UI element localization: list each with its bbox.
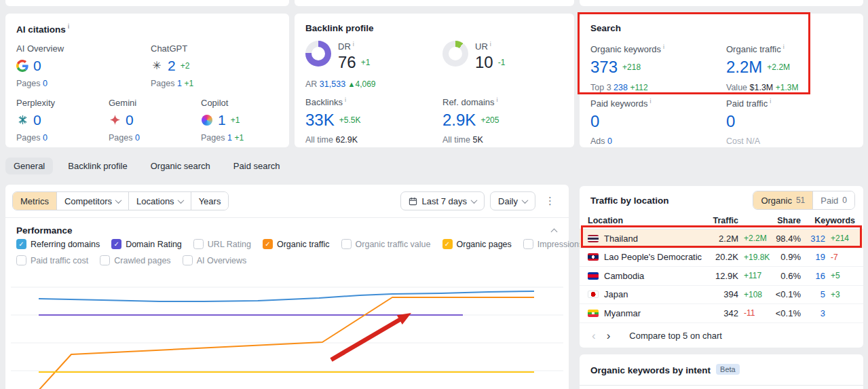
ai-overview-stat: AI Overview 0 Pages 0 (16, 43, 64, 88)
ur-label: UR (475, 41, 505, 52)
tab-backlink-profile[interactable]: Backlink profile (60, 158, 135, 174)
calendar-icon (409, 197, 417, 206)
metric-checkbox-paid-traffic-cost[interactable]: Paid traffic cost (16, 255, 88, 265)
ar-value[interactable]: 31,533 (320, 79, 345, 89)
ur-stat: UR 10 -1 (442, 41, 505, 71)
pages-value[interactable]: 0 (135, 133, 140, 143)
pages-value[interactable]: 1 (227, 133, 232, 143)
ref-domains-value[interactable]: 2.9K (442, 112, 476, 128)
traffic-value: 20.2K (703, 252, 738, 262)
organic-toggle[interactable]: Organic 51 (753, 191, 813, 209)
tab-organic-search[interactable]: Organic search (143, 158, 219, 174)
checkbox-checked-icon[interactable]: ✓ (263, 239, 273, 249)
kh-flag-icon (588, 272, 599, 280)
column-share[interactable]: Share (774, 216, 801, 225)
metrics-button[interactable]: Metrics (13, 192, 57, 210)
location-table-body: Thailand2.2M+2.2M98.4%312+214Lao People'… (580, 229, 863, 323)
location-name: Cambodia (604, 271, 644, 281)
stat-value[interactable]: 0 (126, 113, 134, 127)
mm-flag-icon (588, 310, 599, 317)
organic-paid-toggle: Organic 51 Paid 0 (753, 191, 855, 210)
organic-traffic-value[interactable]: 2.2M (726, 59, 762, 75)
organic-keywords-value[interactable]: 373 (590, 59, 618, 75)
table-row-mm[interactable]: Myanmar342-11<0.1%3 (580, 304, 863, 323)
table-row-th[interactable]: Thailand2.2M+2.2M98.4%312+214 (580, 229, 863, 248)
series-referring-domains (39, 291, 534, 301)
pages-value[interactable]: 0 (43, 79, 48, 88)
compare-top5-link[interactable]: Compare top 5 on chart (629, 331, 722, 341)
traffic-delta: +2.2M (738, 234, 774, 243)
chatgpt-icon: ✳ (151, 60, 163, 72)
location-name: Myanmar (604, 308, 641, 318)
pages-label: Pages (16, 133, 40, 143)
paid-keywords-value[interactable]: 0 (590, 112, 599, 130)
column-location[interactable]: Location (588, 216, 703, 225)
table-row-la[interactable]: Lao People's Democratic Reput20.2K+19.8K… (580, 248, 863, 267)
prev-page-icon[interactable]: ‹ (588, 329, 600, 343)
ads-value[interactable]: 0 (607, 136, 612, 146)
performance-chart[interactable] (5, 266, 569, 389)
organic-traffic-stat: Organic traffic 2.2M +2.2M Value $1.3M +… (726, 43, 798, 92)
checkbox-checked-icon[interactable]: ✓ (16, 239, 26, 249)
date-range-dropdown[interactable]: Last 7 days (400, 191, 485, 210)
tab-paid-search[interactable]: Paid search (225, 158, 288, 174)
checkbox-unchecked-icon[interactable] (183, 255, 193, 265)
checkbox-unchecked-icon[interactable] (523, 239, 533, 249)
paid-toggle[interactable]: Paid 0 (813, 191, 854, 209)
stat-value[interactable]: 2 (168, 58, 176, 73)
metric-checkbox-impressions[interactable]: Impressions (523, 239, 583, 249)
locations-button[interactable]: Locations (129, 192, 191, 210)
stat-value[interactable]: 0 (33, 58, 41, 73)
table-row-kh[interactable]: Cambodia12.9K+1170.6%16+5 (580, 267, 863, 286)
share-value: <0.1% (774, 308, 801, 318)
ai-citations-title: AI citations (16, 23, 69, 35)
stat-delta: +2 (181, 61, 190, 71)
metric-checkbox-ai-overviews[interactable]: AI Overviews (183, 255, 247, 265)
alltime-label: All time (442, 135, 470, 145)
top3-value[interactable]: 238 (614, 83, 628, 92)
organic-keywords-label: Organic keywords (590, 43, 664, 54)
competitors-button[interactable]: Competitors (57, 192, 129, 210)
checkbox-unchecked-icon[interactable] (16, 255, 26, 265)
tab-general[interactable]: General (5, 158, 53, 174)
ai-citations-card: AI citations AI Overview 0 Pages 0 ChatG… (5, 14, 289, 147)
checkbox-unchecked-icon[interactable] (193, 239, 204, 249)
paid-keywords-stat: Paid keywords 0 Ads 0 (590, 98, 652, 146)
keywords-delta: +3 (825, 290, 855, 299)
checkbox-checked-icon[interactable]: ✓ (442, 239, 453, 249)
pages-value[interactable]: 1 (177, 79, 182, 88)
traffic-delta: +117 (738, 271, 774, 280)
metric-checkbox-label: Organic traffic (277, 240, 330, 249)
metric-checkbox-crawled-pages[interactable]: Crawled pages (100, 255, 170, 265)
metric-checkbox-organic-pages[interactable]: ✓Organic pages (442, 239, 512, 249)
next-page-icon[interactable]: › (603, 329, 615, 343)
stat-label: AI Overview (16, 43, 64, 54)
metric-checkbox-organic-traffic[interactable]: ✓Organic traffic (263, 239, 330, 249)
metric-checkbox-label: Paid traffic cost (31, 256, 88, 265)
paid-traffic-value[interactable]: 0 (726, 112, 735, 130)
table-row-jp[interactable]: Japan394+108<0.1%5+3 (580, 286, 863, 305)
column-keywords[interactable]: Keywords (801, 216, 855, 225)
divider (580, 385, 863, 386)
backlinks-value[interactable]: 33K (305, 112, 335, 128)
checkbox-unchecked-icon[interactable] (341, 239, 352, 249)
beta-badge: Beta (716, 364, 740, 375)
checkbox-checked-icon[interactable]: ✓ (111, 239, 121, 249)
years-button[interactable]: Years (191, 192, 229, 210)
metric-checkbox-url-rating[interactable]: URL Rating (193, 239, 251, 249)
competitors-button-label: Competitors (64, 196, 112, 206)
column-traffic[interactable]: Traffic (703, 216, 738, 225)
collapse-chevron-icon[interactable] (551, 229, 558, 236)
stat-value[interactable]: 0 (33, 113, 41, 127)
metric-checkbox-organic-traffic-value[interactable]: Organic traffic value (341, 239, 431, 249)
more-options-kebab-icon[interactable]: ⋮ (541, 192, 559, 210)
ref-domains-delta: +205 (480, 115, 499, 125)
checkbox-unchecked-icon[interactable] (100, 255, 110, 265)
pages-value[interactable]: 0 (43, 133, 48, 143)
metric-checkbox-label: Crawled pages (114, 256, 170, 265)
metric-checkbox-referring-domains[interactable]: ✓Referring domains (16, 239, 100, 249)
stat-value[interactable]: 1 (218, 113, 226, 127)
granularity-dropdown[interactable]: Daily (490, 191, 535, 210)
metric-checkbox-domain-rating[interactable]: ✓Domain Rating (111, 239, 182, 249)
location-table-header: Location Traffic Share Keywords (580, 212, 863, 229)
